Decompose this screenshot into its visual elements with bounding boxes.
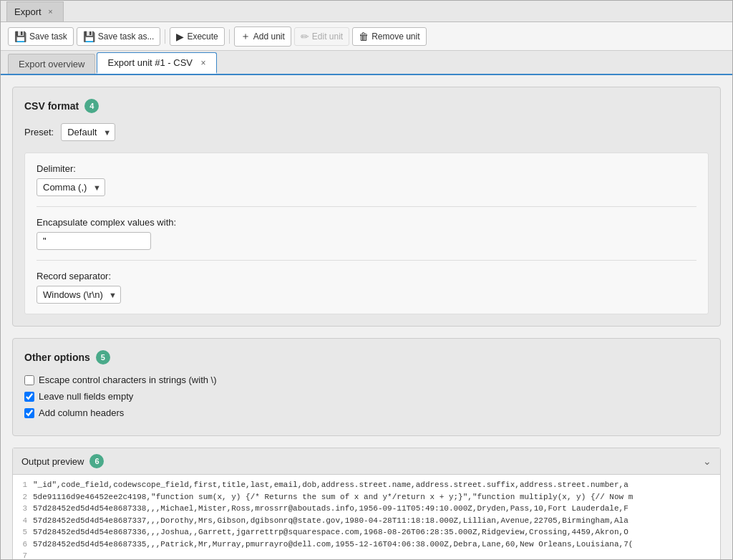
output-preview-section: Output preview 6 ⌄ 1"_id",code_field,cod… (12, 448, 721, 559)
line-number: 7 (19, 550, 27, 559)
line-content: "_id",code_field,codewscope_field,first,… (33, 479, 628, 491)
encapsulate-input[interactable] (37, 232, 151, 250)
csv-format-badge: 4 (84, 99, 99, 113)
line-content: 57d28452ed5d4d54e8687337,,,Dorothy,Mrs,G… (33, 515, 628, 527)
save-task-as-button[interactable]: 💾 Save task as... (77, 27, 161, 46)
line-number: 6 (19, 539, 27, 551)
divider-1 (37, 206, 696, 207)
execute-icon: ▶ (176, 31, 184, 42)
preview-line: 657d28452ed5d4d54e8687335,,,Patrick,Mr,M… (19, 539, 714, 551)
format-options-card: Delimiter: Comma (,) ▼ Encapsulate compl… (24, 153, 709, 314)
toolbar-separator-2 (229, 29, 230, 44)
main-content: CSV format 4 Preset: Default ▼ (1, 75, 732, 559)
line-number: 5 (19, 526, 27, 539)
add-unit-label: Add unit (253, 32, 285, 42)
option-null-row: Leave null fields empty (24, 391, 709, 402)
line-number: 1 (19, 479, 27, 491)
window-close-button[interactable]: × (46, 6, 56, 16)
tab-export-overview[interactable]: Export overview (8, 54, 95, 74)
other-options-title: Other options 5 (24, 350, 709, 365)
toolbar: 💾 Save task 💾 Save task as... ▶ Execute … (1, 22, 732, 51)
window-tab: Export × (6, 1, 64, 21)
preview-line: 457d28452ed5d4d54e8687337,,,Dorothy,Mrs,… (19, 515, 714, 527)
expand-icon[interactable]: ⌄ (703, 455, 712, 467)
other-options-badge: 5 (96, 350, 110, 365)
csv-format-section: CSV format 4 Preset: Default ▼ (12, 87, 721, 327)
preset-label: Preset: (24, 127, 54, 137)
save-task-label: Save task (29, 32, 67, 42)
preview-content: 1"_id",code_field,codewscope_field,first… (13, 475, 720, 559)
line-number: 3 (19, 503, 27, 515)
preview-line: 1"_id",code_field,codewscope_field,first… (19, 479, 714, 491)
add-unit-button[interactable]: ＋ Add unit (234, 26, 291, 47)
preset-select-wrapper: Default ▼ (61, 123, 115, 141)
csv-format-title: CSV format 4 (24, 99, 709, 113)
preview-title-label: Output preview (21, 456, 84, 467)
divider-2 (37, 260, 696, 261)
line-number: 2 (19, 491, 27, 503)
line-content: 57d28452ed5d4d54e8687336,,,Joshua,,Garre… (33, 526, 628, 539)
save-task-button[interactable]: 💾 Save task (8, 27, 74, 46)
tab-unit-label: Export unit #1 - CSV (107, 57, 193, 68)
save-task-as-label: Save task as... (98, 32, 155, 42)
content-area[interactable]: CSV format 4 Preset: Default ▼ (1, 75, 732, 559)
option-null-label[interactable]: Leave null fields empty (39, 391, 133, 402)
encapsulate-label: Encapsulate complex values with: (37, 217, 696, 228)
line-content: 5de91116d9e46452ee2c4198,"function sum(x… (33, 491, 633, 503)
delimiter-select[interactable]: Comma (,) (37, 178, 105, 196)
save-as-icon: 💾 (83, 31, 95, 42)
line-content: 57d28452ed5d4d54e8687338,,,Michael,Miste… (33, 503, 628, 515)
record-separator-label: Record separator: (37, 271, 696, 281)
option-headers-label[interactable]: Add column headers (39, 407, 124, 418)
main-window: Export × 💾 Save task 💾 Save task as... ▶… (0, 0, 733, 560)
option-headers-checkbox[interactable] (24, 408, 34, 418)
delimiter-label: Delimiter: (37, 163, 696, 174)
preview-line: 7 (19, 550, 714, 559)
preset-select[interactable]: Default (61, 123, 115, 141)
option-escape-row: Escape control characters in strings (wi… (24, 375, 709, 385)
tab-close-button[interactable]: × (201, 58, 206, 68)
edit-unit-button[interactable]: ✏ Edit unit (294, 27, 349, 46)
record-separator-select[interactable]: Windows (\r\n) (37, 286, 121, 304)
tab-overview-label: Export overview (19, 59, 84, 69)
option-escape-checkbox[interactable] (24, 375, 34, 385)
execute-button[interactable]: ▶ Execute (170, 27, 224, 46)
other-options-section: Other options 5 Escape control character… (12, 338, 721, 436)
trash-icon: 🗑 (359, 31, 369, 42)
option-escape-label[interactable]: Escape control characters in strings (wi… (39, 375, 217, 385)
tab-bar: Export overview Export unit #1 - CSV × (1, 51, 732, 75)
remove-unit-label: Remove unit (372, 32, 419, 42)
preview-badge: 6 (89, 454, 104, 468)
toolbar-separator-1 (165, 29, 165, 44)
preview-line: 557d28452ed5d4d54e8687336,,,Joshua,,Garr… (19, 526, 714, 539)
edit-unit-label: Edit unit (312, 32, 343, 42)
remove-unit-button[interactable]: 🗑 Remove unit (352, 27, 426, 46)
tab-export-unit[interactable]: Export unit #1 - CSV × (97, 52, 216, 74)
record-separator-select-wrapper: Windows (\r\n) ▼ (37, 286, 121, 304)
csv-format-label: CSV format (24, 100, 79, 112)
output-preview-header: Output preview 6 ⌄ (13, 448, 720, 475)
window-title: Export (14, 6, 42, 17)
line-number: 4 (19, 515, 27, 527)
preview-line: 357d28452ed5d4d54e8687338,,,Michael,Mist… (19, 503, 714, 515)
edit-icon: ✏ (301, 31, 309, 42)
option-null-checkbox[interactable] (24, 392, 34, 402)
preview-line: 25de91116d9e46452ee2c4198,"function sum(… (19, 491, 714, 503)
execute-label: Execute (187, 32, 218, 42)
add-icon: ＋ (241, 30, 251, 43)
preview-title-group: Output preview 6 (21, 454, 104, 468)
option-headers-row: Add column headers (24, 407, 709, 418)
delimiter-select-wrapper: Comma (,) ▼ (37, 178, 105, 196)
title-bar: Export × (1, 1, 732, 22)
save-icon: 💾 (14, 31, 26, 42)
other-options-label: Other options (24, 352, 90, 363)
line-content: 57d28452ed5d4d54e8687335,,,Patrick,Mr,Mu… (33, 539, 633, 551)
preset-row: Preset: Default ▼ (24, 123, 709, 141)
